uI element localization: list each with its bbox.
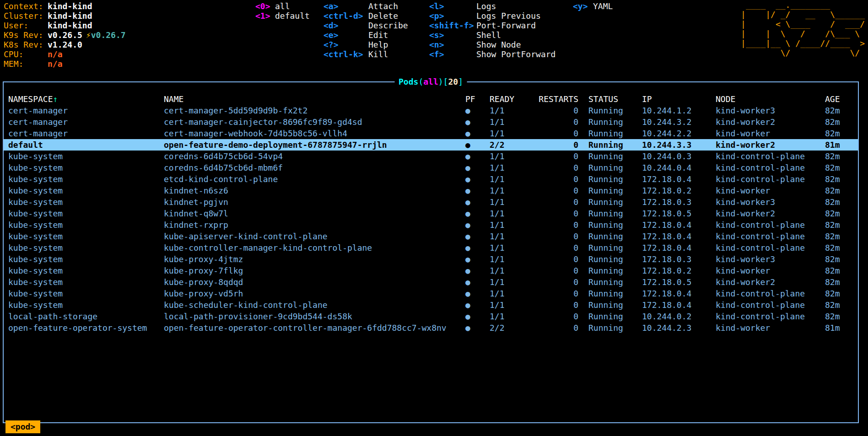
- info-row: K9s Rev:v0.26.5⚡v0.26.7: [4, 30, 126, 40]
- table-row[interactable]: kube-systemkube-apiserver-kind-control-p…: [4, 231, 858, 242]
- cell-namespace: open-feature-operator-system: [8, 322, 164, 334]
- table-row[interactable]: kube-systemkindnet-rxprp●1/10Running172.…: [4, 219, 858, 231]
- action-hotkeys-col2: <l>Logs<p>Logs Previous<shift-f>Port-For…: [429, 1, 555, 59]
- cell-namespace: kube-system: [8, 196, 164, 208]
- cell-status: Running: [588, 185, 642, 196]
- hotkey-item[interactable]: <1>default: [255, 11, 310, 21]
- table-row[interactable]: kube-systemkube-proxy-7flkg●1/10Running1…: [4, 265, 858, 276]
- hotkey-item[interactable]: <d>Describe: [323, 21, 408, 30]
- table-row[interactable]: kube-systemkube-scheduler-kind-control-p…: [4, 299, 858, 311]
- table-row[interactable]: kube-systemkindnet-q8w7l●1/10Running172.…: [4, 208, 858, 219]
- cell-status: Running: [588, 219, 642, 231]
- cell-namespace: kube-system: [8, 208, 164, 219]
- cell-namespace: kube-system: [8, 276, 164, 288]
- table-row[interactable]: kube-systemkube-proxy-8qdqd●1/10Running1…: [4, 276, 858, 288]
- table-title-scope: all: [423, 77, 438, 86]
- hotkey-label: Help: [368, 40, 388, 49]
- cell-age: 82m: [825, 242, 858, 253]
- cell-status: Running: [588, 265, 642, 276]
- table-row[interactable]: local-path-storagelocal-path-provisioner…: [4, 311, 858, 322]
- cell-node: kind-control-plane: [716, 299, 825, 311]
- cell-node: kind-worker3: [716, 196, 825, 208]
- cell-restarts: 0: [539, 288, 588, 299]
- column-header-ip: IP: [642, 93, 716, 105]
- cell-namespace: local-path-storage: [8, 311, 164, 322]
- cell-pf: ●: [465, 288, 490, 299]
- hotkey-item[interactable]: <y>YAML: [573, 1, 613, 11]
- cell-ready: 2/2: [490, 322, 539, 334]
- table-row[interactable]: kube-systemcoredns-6d4b75cb6d-54vp4●1/10…: [4, 151, 858, 162]
- table-title: Pods(all)[20]: [394, 76, 467, 88]
- table-row[interactable]: kube-systemcoredns-6d4b75cb6d-mbm6f●1/10…: [4, 162, 858, 173]
- crumb-pod[interactable]: <pod>: [5, 420, 40, 433]
- cell-age: 82m: [825, 128, 858, 139]
- column-header-name: NAME: [164, 93, 465, 105]
- info-row: CPU:n/a: [4, 49, 126, 59]
- cell-name: coredns-6d4b75cb6d-54vp4: [164, 151, 465, 162]
- hotkey-item[interactable]: <p>Logs Previous: [429, 11, 555, 21]
- hotkey-item[interactable]: <ctrl-d>Delete: [323, 11, 408, 21]
- hotkey-item[interactable]: <f>Show PortForward: [429, 49, 555, 59]
- cell-ip: 10.244.2.2: [642, 128, 716, 139]
- hotkey-item[interactable]: <?>Help: [323, 40, 408, 49]
- hotkey-item[interactable]: <a>Attach: [323, 1, 408, 11]
- cell-node: kind-worker3: [716, 253, 825, 265]
- hotkey-item[interactable]: <e>Edit: [323, 30, 408, 40]
- cell-name: kindnet-n6sz6: [164, 185, 465, 196]
- table-row[interactable]: cert-managercert-manager-5dd59d9d9b-fx2t…: [4, 105, 858, 116]
- cell-restarts: 0: [539, 253, 588, 265]
- cell-namespace: kube-system: [8, 185, 164, 196]
- hotkey-key: <0>: [255, 1, 275, 11]
- info-row: K8s Rev:v1.24.0: [4, 40, 126, 49]
- cell-ready: 1/1: [490, 276, 539, 288]
- cell-name: cert-manager-webhook-7d4b5b8c56-vllh4: [164, 128, 465, 139]
- table-row[interactable]: defaultopen-feature-demo-deployment-6787…: [4, 139, 858, 151]
- hotkey-item[interactable]: <n>Show Node: [429, 40, 555, 49]
- cell-status: Running: [588, 128, 642, 139]
- cell-name: coredns-6d4b75cb6d-mbm6f: [164, 162, 465, 173]
- hotkey-key: <y>: [573, 1, 593, 11]
- hotkey-key: <l>: [429, 1, 476, 11]
- upgrade-bolt-icon: ⚡: [82, 30, 91, 40]
- table-row[interactable]: kube-systemetcd-kind-control-plane●1/10R…: [4, 173, 858, 185]
- hotkey-key: <p>: [429, 11, 476, 21]
- cell-namespace: kube-system: [8, 242, 164, 253]
- hotkey-item[interactable]: <l>Logs: [429, 1, 555, 11]
- table-row[interactable]: open-feature-operator-systemopen-feature…: [4, 322, 858, 334]
- table-row[interactable]: cert-managercert-manager-webhook-7d4b5b8…: [4, 128, 858, 139]
- cell-pf: ●: [465, 276, 490, 288]
- hotkey-item[interactable]: <shift-f>Port-Forward: [429, 21, 555, 30]
- cell-node: kind-control-plane: [716, 288, 825, 299]
- cell-node: kind-control-plane: [716, 242, 825, 253]
- hotkey-item[interactable]: <ctrl-k>Kill: [323, 49, 408, 59]
- cell-name: kindnet-pgjvn: [164, 196, 465, 208]
- cell-name: kube-proxy-4jtmz: [164, 253, 465, 265]
- table-row[interactable]: kube-systemkube-proxy-vd5rh●1/10Running1…: [4, 288, 858, 299]
- cell-ready: 1/1: [490, 105, 539, 116]
- cell-restarts: 0: [539, 299, 588, 311]
- hotkey-item[interactable]: <0>all: [255, 1, 310, 11]
- table-row[interactable]: kube-systemkindnet-n6sz6●1/10Running172.…: [4, 185, 858, 196]
- table-row[interactable]: kube-systemkube-controller-manager-kind-…: [4, 242, 858, 253]
- hotkey-label: Show Node: [476, 40, 521, 49]
- cell-name: cert-manager-5dd59d9d9b-fx2t2: [164, 105, 465, 116]
- cell-ready: 1/1: [490, 128, 539, 139]
- info-value: n/a: [48, 49, 63, 59]
- cell-age: 82m: [825, 196, 858, 208]
- table-row[interactable]: cert-managercert-manager-cainjector-8696…: [4, 116, 858, 128]
- hotkey-item[interactable]: <s>Shell: [429, 30, 555, 40]
- table-header: NAMESPACE↑NAMEPFREADYRESTARTSSTATUSIPNOD…: [4, 93, 858, 105]
- table-row[interactable]: kube-systemkindnet-pgjvn●1/10Running172.…: [4, 196, 858, 208]
- info-label: K9s Rev:: [4, 30, 48, 40]
- table-row[interactable]: kube-systemkube-proxy-4jtmz●1/10Running1…: [4, 253, 858, 265]
- cell-ip: 172.18.0.2: [642, 185, 716, 196]
- cell-ip: 172.18.0.4: [642, 288, 716, 299]
- cell-node: kind-control-plane: [716, 219, 825, 231]
- table-title-bracket: [: [443, 77, 448, 86]
- cell-ready: 1/1: [490, 116, 539, 128]
- cell-status: Running: [588, 105, 642, 116]
- cell-status: Running: [588, 162, 642, 173]
- column-header-restarts: RESTARTS: [539, 93, 588, 105]
- cell-name: kindnet-q8w7l: [164, 208, 465, 219]
- cell-age: 82m: [825, 116, 858, 128]
